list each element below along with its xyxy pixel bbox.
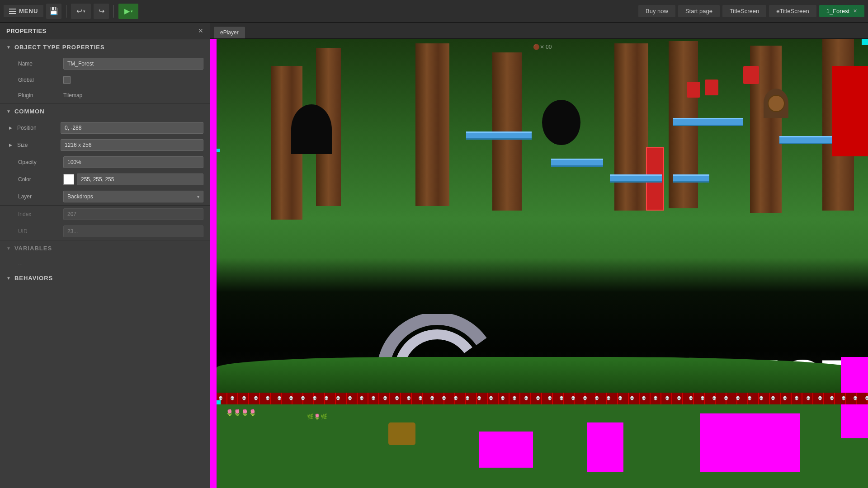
eplayer-tab[interactable]: ePlayer — [214, 27, 245, 38]
opacity-label: Opacity — [18, 159, 63, 165]
magenta-left-bar — [210, 39, 217, 488]
global-checkbox[interactable] — [63, 76, 71, 84]
layer-select[interactable]: Backdrops ▾ — [63, 191, 203, 202]
variables-content: ... — [0, 256, 210, 270]
prop-row-color: Color 255, 255, 255 — [0, 171, 210, 188]
platform-blue-5 — [673, 174, 709, 183]
layer-label: Layer — [18, 193, 63, 200]
undo-dropdown-icon: ▾ — [83, 9, 85, 14]
save-icon: 💾 — [49, 7, 58, 15]
undo-button[interactable]: ↩ ▾ — [71, 4, 91, 19]
color-swatch[interactable] — [63, 174, 74, 185]
menu-button[interactable]: MENU — [4, 5, 43, 17]
platform-blue-2 — [673, 118, 743, 126]
expand-size-icon: ▶ — [9, 143, 14, 147]
properties-close-button[interactable]: ✕ — [198, 27, 203, 34]
color-label: Color — [18, 176, 63, 183]
skull-row: 💀💀💀💀💀💀💀💀💀💀💀💀💀💀💀💀💀💀💀💀💀💀💀💀💀💀💀💀💀💀💀💀💀💀💀💀💀💀💀💀… — [217, 393, 868, 404]
close-icon: ✕ — [198, 27, 203, 34]
skull-tiles: 💀💀💀💀💀💀💀💀💀💀💀💀💀💀💀💀💀💀💀💀💀💀💀💀💀💀💀💀💀💀💀💀💀💀💀💀💀💀💀💀… — [217, 393, 868, 404]
play-dropdown-icon: ▾ — [131, 9, 133, 14]
size-label: Size — [17, 142, 58, 148]
section-behaviors-header[interactable]: ▼ BEHAVIORS — [0, 270, 210, 286]
prop-row-name: Name TM_Forest — [0, 55, 210, 72]
tab-start-page[interactable]: Start page — [678, 5, 720, 17]
plugin-value: Tilemap — [63, 92, 82, 99]
sprite-enemy-3 — [705, 80, 718, 95]
flowers-2: 🌿🌷🌿 — [307, 413, 327, 420]
cave-opening — [291, 104, 332, 154]
sprite-character — [764, 89, 788, 118]
name-label: Name — [18, 61, 63, 67]
menu-icon — [9, 9, 16, 14]
size-value[interactable]: 1216 x 256 — [61, 139, 203, 151]
main-content: PROPERTIES ✕ ▼ OBJECT TYPE PROPERTIES Na… — [0, 23, 868, 488]
tab-1-forest[interactable]: 1_Forest ✕ — [819, 5, 864, 17]
section-arrow-variables: ▼ — [6, 246, 11, 251]
tab-buy-now[interactable]: Buy now — [638, 5, 675, 17]
play-icon: ▶ — [124, 7, 130, 15]
platform-blue-1 — [466, 131, 532, 140]
plugin-label: Plugin — [18, 92, 63, 99]
hud-lives: 🔴✕ 00 — [533, 44, 552, 50]
tab-title-screen[interactable]: TitleScreen — [722, 5, 766, 17]
tab-close-icon[interactable]: ✕ — [853, 8, 857, 14]
position-value[interactable]: 0, -288 — [61, 122, 203, 134]
tree-trunk-5 — [614, 43, 648, 211]
cyan-marker-mid — [217, 149, 220, 152]
eplayer-tab-bar: ePlayer — [210, 23, 868, 39]
forest-scene: 💀💀💀💀💀💀💀💀💀💀💀💀💀💀💀💀💀💀💀💀💀💀💀💀💀💀💀💀💀💀💀💀💀💀💀💀💀💀💀💀… — [217, 39, 868, 488]
section-common-header[interactable]: ▼ COMMON — [0, 103, 210, 119]
undo-icon: ↩ — [76, 7, 82, 15]
magenta-block-1 — [479, 432, 533, 468]
properties-panel[interactable]: ▼ OBJECT TYPE PROPERTIES Name TM_Forest … — [0, 39, 210, 488]
separator-2 — [113, 5, 114, 18]
uid-label: UID — [18, 228, 63, 235]
index-value[interactable]: 207 — [63, 208, 203, 220]
prop-row-index: Index 207 — [0, 206, 210, 223]
uid-value[interactable]: 23... — [63, 225, 203, 237]
properties-title-bar: PROPERTIES ✕ — [0, 23, 210, 39]
magenta-block-2 — [587, 422, 623, 472]
tree-trunk-3 — [415, 43, 449, 206]
play-button[interactable]: ▶ ▾ — [118, 4, 138, 19]
section-title-object-type: OBJECT TYPE PROPERTIES — [14, 44, 105, 51]
section-arrow-common: ▼ — [6, 109, 11, 114]
redo-button[interactable]: ↪ — [94, 4, 109, 19]
redo-icon: ↪ — [99, 7, 104, 15]
tab-etitle-screen[interactable]: eTitleScreen — [769, 5, 816, 17]
section-arrow-object-type: ▼ — [6, 45, 11, 50]
global-label: Global — [18, 77, 63, 83]
right-red-block — [832, 66, 868, 156]
prop-row-opacity: Opacity 100% — [0, 154, 210, 171]
position-label: Position — [17, 125, 58, 131]
ground-bush-1 — [217, 357, 868, 393]
prop-row-global: Global — [0, 72, 210, 88]
hud-area: 🔴✕ 00 — [217, 42, 868, 52]
index-label: Index — [18, 211, 63, 217]
skull-icons: 💀💀💀💀💀💀💀💀💀💀💀💀💀💀💀💀💀💀💀💀💀💀💀💀💀💀💀💀💀💀💀💀💀💀💀💀💀💀💀💀… — [217, 393, 868, 404]
toolbar: MENU 💾 ↩ ▾ ↪ ▶ ▾ Buy now Start page Titl… — [0, 0, 868, 23]
color-field[interactable]: 255, 255, 255 — [63, 174, 203, 185]
cyan-marker-left — [217, 400, 221, 404]
bottom-green-area: 🌷🌷🌷🌷 🌿🌷🌿 — [217, 404, 868, 488]
name-value[interactable]: TM_Forest — [63, 58, 203, 70]
section-object-type-header[interactable]: ▼ OBJECT TYPE PROPERTIES — [0, 39, 210, 55]
section-title-behaviors: BEHAVIORS — [14, 275, 53, 282]
section-title-common: COMMON — [14, 108, 45, 115]
opacity-value[interactable]: 100% — [63, 156, 203, 168]
prop-row-plugin: Plugin Tilemap — [0, 88, 210, 103]
sprite-face — [768, 95, 785, 112]
sprite-enemy-2 — [687, 82, 700, 98]
color-value[interactable]: 255, 255, 255 — [77, 174, 203, 185]
save-button[interactable]: 💾 — [46, 4, 61, 19]
layer-dropdown-icon: ▾ — [197, 194, 199, 199]
corner-marker-tr — [862, 39, 868, 45]
prop-row-size: ▶ Size 1216 x 256 — [0, 136, 210, 154]
variables-placeholder: ... — [18, 260, 23, 267]
dark-circle — [542, 100, 580, 145]
section-variables-header[interactable]: ▼ VARIABLES — [0, 240, 210, 256]
game-viewport[interactable]: ePlayer — [210, 23, 868, 488]
platform-blue-4 — [610, 174, 662, 183]
prop-row-position: ▶ Position 0, -288 — [0, 119, 210, 136]
